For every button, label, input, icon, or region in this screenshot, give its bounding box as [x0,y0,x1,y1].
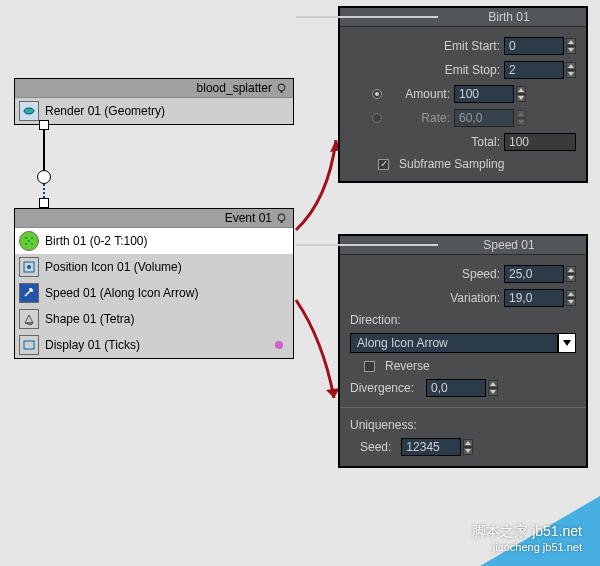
amount-radio[interactable] [372,89,382,99]
svg-rect-1 [280,90,282,92]
collapse-icon[interactable] [296,244,438,246]
svg-point-2 [24,108,34,114]
spin-up[interactable] [566,38,576,46]
subframe-checkbox[interactable] [378,159,389,170]
connector-line2 [43,184,45,198]
birth-panel-title-text: Birth 01 [438,10,580,24]
spin-up [516,110,526,118]
shape-operator-row[interactable]: Shape 01 (Tetra) [15,306,293,332]
svg-point-7 [31,237,33,239]
reverse-label: Reverse [385,359,430,373]
spin-down[interactable] [566,70,576,78]
render-operator-row[interactable]: Render 01 (Geometry) [15,98,293,124]
spin-up[interactable] [516,86,526,94]
lightbulb-icon[interactable] [276,83,287,94]
event-node[interactable]: Event 01 Birth 01 (0-2 T:100) Position I… [14,208,294,359]
display-color-dot [275,341,283,349]
emit-stop-input[interactable] [504,61,564,79]
spin-up[interactable] [566,290,576,298]
svg-point-6 [25,237,27,239]
shape-label: Shape 01 (Tetra) [45,312,134,326]
event-title-bar: Event 01 [15,209,293,228]
direction-value: Along Icon Arrow [350,333,558,353]
variation-label: Variation: [350,291,500,305]
node-title-text: blood_splatter [197,81,272,95]
render-icon [19,101,39,121]
speed-panel-title-text: Speed 01 [438,238,580,252]
position-operator-row[interactable]: Position Icon 01 (Volume) [15,254,293,280]
event-title-text: Event 01 [225,211,272,225]
spin-down[interactable] [463,447,473,455]
birth-icon [19,231,39,251]
variation-input[interactable] [504,289,564,307]
amount-label: Amount: [386,87,450,101]
svg-point-0 [278,84,285,91]
display-operator-row[interactable]: Display 01 (Ticks) [15,332,293,358]
svg-point-8 [28,240,30,242]
seed-label: Seed: [360,440,391,454]
out-connector[interactable] [39,120,49,130]
birth-operator-row[interactable]: Birth 01 (0-2 T:100) [15,228,293,254]
connector-circle[interactable] [37,170,51,184]
total-display [504,133,576,151]
spin-up[interactable] [463,439,473,447]
birth-panel: Birth 01 Emit Start: Emit Stop: Amount: [338,6,588,183]
display-label: Display 01 (Ticks) [45,338,140,352]
svg-point-12 [27,265,31,269]
speed-label: Speed: [350,267,500,281]
collapse-icon[interactable] [296,16,438,18]
svg-rect-4 [280,220,282,222]
emit-start-label: Emit Start: [350,39,500,53]
reverse-checkbox[interactable] [364,361,375,372]
spin-down[interactable] [566,298,576,306]
emit-start-input[interactable] [504,37,564,55]
divider [340,407,586,408]
render-label: Render 01 (Geometry) [45,104,165,118]
position-icon [19,257,39,277]
rate-radio[interactable] [372,113,382,123]
subframe-label: Subframe Sampling [399,157,504,171]
display-icon [19,335,39,355]
speed-panel-title[interactable]: Speed 01 [340,236,586,255]
node-title: blood_splatter [15,79,293,98]
rate-input [454,109,514,127]
birth-label: Birth 01 (0-2 T:100) [45,234,148,248]
svg-point-3 [278,214,285,221]
shape-icon [19,309,39,329]
chevron-down-icon[interactable] [558,333,576,353]
spin-down[interactable] [488,388,498,396]
watermark: 脚本之家 jb51.net jiaocheng jb51.net [472,522,582,554]
birth-panel-title[interactable]: Birth 01 [340,8,586,27]
speed-operator-row[interactable]: Speed 01 (Along Icon Arrow) [15,280,293,306]
wm-line1: 脚本之家 jb51.net [472,522,582,540]
in-connector[interactable] [39,198,49,208]
spin-up[interactable] [566,266,576,274]
lightbulb-icon[interactable] [276,213,287,224]
rate-label: Rate: [386,111,450,125]
spin-up[interactable] [566,62,576,70]
amount-input[interactable] [454,85,514,103]
blood-splatter-node[interactable]: blood_splatter Render 01 (Geometry) [14,78,294,125]
spin-down [516,118,526,126]
position-label: Position Icon 01 (Volume) [45,260,182,274]
svg-point-10 [31,243,33,245]
emit-stop-label: Emit Stop: [350,63,500,77]
speed-panel: Speed 01 Speed: Variation: Direction: Al… [338,234,588,468]
seed-input[interactable] [401,438,461,456]
spin-down[interactable] [566,46,576,54]
divergence-input[interactable] [426,379,486,397]
wm-line2: jiaocheng jb51.net [472,540,582,554]
uniqueness-label: Uniqueness: [350,418,576,432]
divergence-label: Divergence: [350,381,414,395]
speed-label: Speed 01 (Along Icon Arrow) [45,286,198,300]
direction-dropdown[interactable]: Along Icon Arrow [350,333,576,353]
svg-rect-13 [24,341,34,349]
spin-down[interactable] [516,94,526,102]
svg-point-9 [25,243,27,245]
total-label: Total: [350,135,500,149]
spin-down[interactable] [566,274,576,282]
direction-label: Direction: [350,313,576,327]
speed-icon [19,283,39,303]
speed-input[interactable] [504,265,564,283]
spin-up[interactable] [488,380,498,388]
